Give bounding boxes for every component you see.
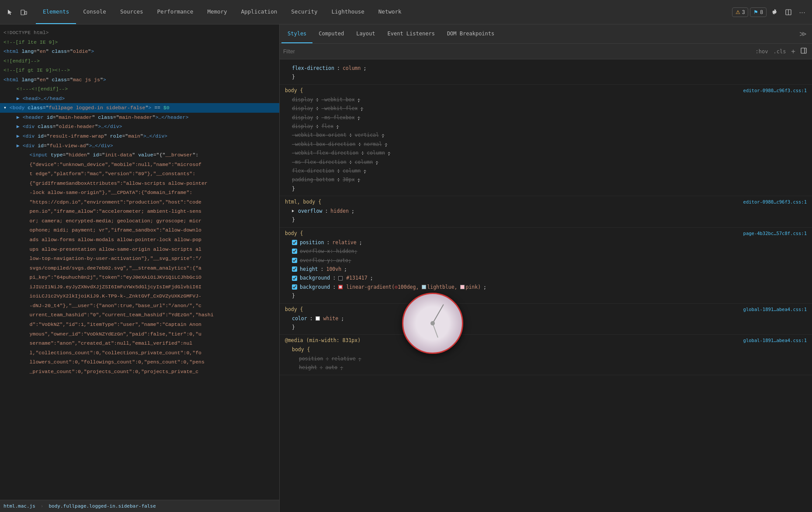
oldie-header[interactable]: ▶ <div class="oldie-header">…</div> [0,122,279,131]
full-view-ad[interactable]: ▶ <div id="full-view-ad">…</div> [0,141,279,151]
tab-network[interactable]: Network [371,0,409,24]
css-prop-flex-direction: flex-direction: column; [285,166,807,175]
head-collapsed[interactable]: ▶ <head>…</head> [0,94,279,104]
css-source-body3[interactable]: global-1891…abea4.css:1 [743,307,807,312]
css-prop-padding-bottom: padding-bottom: 30px; [285,175,807,184]
more-button[interactable]: ··· [796,6,809,18]
css-prop-media-position: position: relative; [285,354,807,363]
css-prop-webkit-box-direction: -webkit-box-direction: normal; [285,140,807,149]
color-swatch-gradient[interactable] [338,285,343,289]
svg-rect-4 [801,48,806,53]
input-line20: ymous","owner_id":"VoDkNZYdEzGn","paid":… [0,329,279,339]
toggle-sidebar-button[interactable] [799,47,809,56]
css-brace-close: } [285,73,807,81]
input-line3: t edge","platform":"mac","version":"89"}… [0,169,279,179]
html-main: <html lang="en" class="mac js js"> [0,75,279,85]
input-line10: ads allow-forms allow-modals allow-point… [0,235,279,245]
input-line2: {"device":"unknown_device","mobile":null… [0,160,279,170]
settings-button[interactable] [768,6,781,18]
add-style-button[interactable]: + [789,46,797,56]
secondary-tabs: Styles Computed Layout Event Listeners D… [280,24,812,44]
css-rule-body2: body { page-4b32bc…57c8f.css:1 position:… [280,228,812,304]
warnings-badge[interactable]: ⚠ 3 [732,7,749,17]
input-line13: svgs/compiled/svgs.dee7eb02.svg","__stre… [0,263,279,273]
css-checkbox-height[interactable] [292,266,297,272]
result-wrap[interactable]: ▶ <div id="result-iframe-wrap" role="mai… [0,131,279,141]
input-line14: pi_key":"64puhuch8n2j","token":"eyJ0eXAi… [0,273,279,282]
lightblue-swatch[interactable] [422,285,426,289]
css-brace-body1-close: } [285,184,807,193]
gradient-circle-icon[interactable]: ⊙ [395,284,398,290]
styles-filter-input[interactable] [283,48,750,55]
tab-styles[interactable]: Styles [281,24,312,43]
tab-elements[interactable]: Elements [36,0,76,24]
elements-content[interactable]: <!DOCTYPE html> <!--[if lte IE 9]> <html… [0,24,279,500]
css-checkbox-bg-color[interactable] [292,276,297,281]
input-line17: -dNJ-20_t4"},"__user":{"anon":true,"base… [0,301,279,311]
tab-event-listeners[interactable]: Event Listeners [382,24,441,43]
css-rule-body2-header: body { page-4b32bc…57c8f.css:1 [285,230,807,236]
breadcrumb-html[interactable]: html.mac.js [3,503,35,509]
secondary-tabs-more[interactable]: ≫ [796,30,810,38]
styles-content: flex-direction: column; } body { editor-… [280,59,812,512]
css-source-body1[interactable]: editor-0980…c96f3.css:1 [743,88,807,93]
elements-panel: <!DOCTYPE html> <!--[if lte IE 9]> <html… [0,24,280,512]
css-source-html-body[interactable]: editor-0980…c96f3.css:1 [743,199,807,204]
info-badge[interactable]: ⚑ 8 [750,7,767,17]
hov-filter-button[interactable]: :hov [754,48,770,55]
css-rule-body3-header: body { global-1891…abea4.css:1 [285,306,807,312]
tab-dom-breakpoints[interactable]: DOM Breakpoints [441,24,500,43]
ie-comment-2: <![endif]--> [0,56,279,66]
color-swatch-white[interactable] [316,316,320,321]
css-checkbox-overflow-x[interactable] [292,249,297,254]
dock-button[interactable] [782,6,795,18]
devtools-main: <!DOCTYPE html> <!--[if lte IE 9]> <html… [0,24,812,512]
triangle-icon[interactable] [292,210,294,212]
tab-security[interactable]: Security [284,0,324,24]
tab-lighthouse[interactable]: Lighthouse [325,0,371,24]
warning-icon: ⚠ [736,9,740,15]
pink-swatch[interactable] [460,285,465,289]
css-source-media[interactable]: global-1891…abea4.css:1 [743,338,807,343]
css-checkbox-overflow-y[interactable] [292,258,297,263]
device-toolbar-button[interactable] [17,6,30,18]
css-prop-media-height: height: auto; [285,363,807,372]
css-selector-body-media: body { [285,345,807,354]
css-rule-html-body: html, body { editor-0980…c96f3.css:1 ove… [280,196,812,228]
css-prop-overflow-y: overflow-y: auto; [285,256,807,265]
css-selector-body2: body { [285,230,303,236]
cls-filter-button[interactable]: .cls [771,48,788,55]
input-line16: ioiLCJ1c2VyX2lkIjoiKiJ9.K-TP9-k-_ZnktGVf… [0,291,279,301]
header-collapsed[interactable]: ▶ <header id="main-header" class="main-h… [0,113,279,122]
main-tab-list: Elements Console Sources Performance Mem… [36,0,731,24]
input-line22: l,"collections_count":0,"collections_pri… [0,348,279,358]
tab-application[interactable]: Application [234,0,285,24]
tab-computed[interactable]: Computed [312,24,350,43]
filter-bar: :hov .cls + [280,44,812,59]
css-prop-background-color: background: #131417; [285,273,807,282]
ie-comment-4: <!---<![endif]--> [0,84,279,94]
css-source-body2[interactable]: page-4b32bc…57c8f.css:1 [743,231,807,236]
css-prop-overflow: overflow: hidden; [285,207,807,215]
tab-layout[interactable]: Layout [350,24,381,43]
css-rule-body1: body { editor-0980…c96f3.css:1 display: … [280,85,812,196]
css-checkbox-position[interactable] [292,240,297,245]
input-line12: low-top-navigation-by-user-activation"},… [0,254,279,263]
css-checkbox-bg-gradient[interactable] [292,284,297,290]
color-picker-overlay[interactable] [402,293,463,354]
color-swatch-bg[interactable] [338,276,343,280]
tab-performance[interactable]: Performance [150,0,201,24]
body-element[interactable]: ▾ <body class="fullpage logged-in sideba… [0,103,279,113]
tab-console[interactable]: Console [76,0,113,24]
tab-memory[interactable]: Memory [200,0,234,24]
css-rule-body1-header: body { editor-0980…c96f3.css:1 [285,87,807,93]
cursor-tool-button[interactable] [3,6,16,18]
tab-sources[interactable]: Sources [113,0,150,24]
input-line15: iJIUzI1NiJ9.eyJyZXNvdXJjZSI6ImFuYWx5dGlj… [0,282,279,292]
devtools-toolbar: Elements Console Sources Performance Mem… [0,0,812,24]
ie-comment-3: <!--[if gt IE 9]><!--> [0,66,279,75]
css-selector-body3: body { [285,306,303,312]
breadcrumb-body[interactable]: body.fullpage.logged-in.sidebar-false [49,503,156,509]
breadcrumb-sep: › [41,503,44,509]
info-count: 8 [760,9,763,15]
